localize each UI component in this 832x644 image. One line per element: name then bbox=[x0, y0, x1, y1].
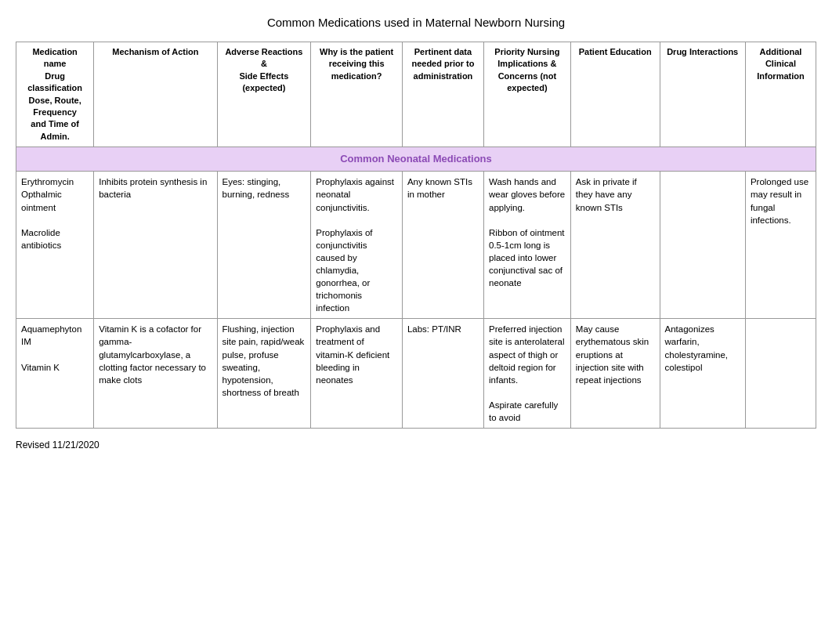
cell-patient-ed-0: Ask in private if they have any known ST… bbox=[570, 172, 660, 319]
cell-mechanism-1: Vitamin K is a cofactor for gamma-glutam… bbox=[94, 319, 217, 429]
col-header-drug-interactions: Drug Interactions bbox=[660, 42, 745, 147]
cell-adverse-1: Flushing, injection site pain, rapid/wea… bbox=[217, 319, 311, 429]
col-header-additional: Additional Clinical Information bbox=[745, 42, 816, 147]
cell-additional-0: Prolonged use may result in fungal infec… bbox=[745, 172, 816, 319]
cell-why-0: Prophylaxis against neonatal conjunctivi… bbox=[311, 172, 403, 319]
page-title: Common Medications used in Maternal Newb… bbox=[16, 16, 816, 29]
col-header-pertinent: Pertinent data needed prior to administr… bbox=[402, 42, 483, 147]
cell-additional-1 bbox=[745, 319, 816, 429]
col-header-patient-ed: Patient Education bbox=[570, 42, 660, 147]
table-row: Erythromycin Opthalmic ointmentMacrolide… bbox=[16, 172, 816, 319]
cell-drug-interactions-0 bbox=[660, 172, 745, 319]
medications-table: Medication nameDrug classificationDose, … bbox=[16, 42, 816, 429]
cell-adverse-0: Eyes: stinging, burning, redness bbox=[217, 172, 311, 319]
table-header-row: Medication nameDrug classificationDose, … bbox=[16, 42, 816, 147]
section-label: Common Neonatal Medications bbox=[16, 147, 816, 172]
cell-pertinent-0: Any known STIs in mother bbox=[402, 172, 483, 319]
cell-patient-ed-1: May cause erythematous skin eruptions at… bbox=[570, 319, 660, 429]
cell-medication-1: Aquamephyton IMVitamin K bbox=[16, 319, 94, 429]
col-header-medication: Medication nameDrug classificationDose, … bbox=[16, 42, 94, 147]
section-header-row: Common Neonatal Medications bbox=[16, 147, 816, 172]
revised-text: Revised 11/21/2020 bbox=[16, 440, 816, 450]
col-header-adverse: Adverse Reactions &Side Effects(expected… bbox=[217, 42, 311, 147]
col-header-mechanism: Mechanism of Action bbox=[94, 42, 217, 147]
cell-priority-0: Wash hands and wear gloves before applyi… bbox=[484, 172, 571, 319]
cell-mechanism-0: Inhibits protein synthesis in bacteria bbox=[94, 172, 217, 319]
col-header-priority: Priority Nursing Implications & Concerns… bbox=[484, 42, 571, 147]
cell-pertinent-1: Labs: PT/INR bbox=[402, 319, 483, 429]
cell-drug-interactions-1: Antagonizes warfarin, cholestyramine, co… bbox=[660, 319, 745, 429]
cell-medication-0: Erythromycin Opthalmic ointmentMacrolide… bbox=[16, 172, 94, 319]
cell-priority-1: Preferred injection site is anterolatera… bbox=[484, 319, 571, 429]
cell-why-1: Prophylaxis and treatment of vitamin-K d… bbox=[311, 319, 403, 429]
col-header-why: Why is the patient receiving this medica… bbox=[311, 42, 403, 147]
table-row: Aquamephyton IMVitamin K Vitamin K is a … bbox=[16, 319, 816, 429]
